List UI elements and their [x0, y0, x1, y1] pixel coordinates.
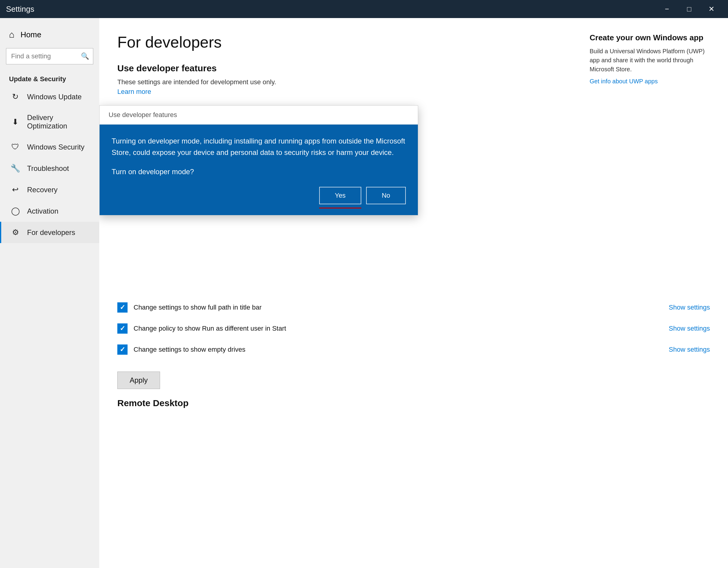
sidebar-item-for-developers[interactable]: ⚙ For developers	[0, 222, 99, 243]
checkbox-label: Change policy to show Run as different u…	[134, 325, 663, 332]
recovery-icon: ↩	[10, 185, 20, 194]
dialog-body: Turning on developer mode, including ins…	[100, 125, 418, 215]
checkmark-icon: ✓	[120, 325, 125, 332]
dialog-header: Use developer features	[100, 106, 418, 125]
activation-icon: ◯	[10, 206, 20, 216]
main-window: ⌂ Home 🔍 Update & Security ↻ Windows Upd…	[0, 18, 728, 568]
troubleshoot-icon: 🔧	[10, 164, 20, 173]
checkmark-icon: ✓	[120, 304, 125, 311]
sidebar-item-label: Recovery	[27, 186, 57, 194]
dialog-warning-text: Turning on developer mode, including ins…	[112, 135, 406, 159]
minimize-button[interactable]: −	[656, 2, 677, 17]
uwp-link[interactable]: Get info about UWP apps	[590, 78, 658, 85]
sidebar-item-label: Windows Update	[27, 93, 82, 101]
sidebar-home-label: Home	[20, 30, 41, 39]
right-panel-title: Create your own Windows app	[590, 33, 710, 42]
checkbox-label: Change settings to show empty drives	[134, 346, 663, 353]
sidebar-item-delivery-optimization[interactable]: ⬇ Delivery Optimization	[0, 107, 99, 136]
yes-button-wrapper: Yes	[319, 187, 361, 204]
windows-update-icon: ↻	[10, 92, 20, 101]
developer-icon: ⚙	[10, 228, 20, 237]
apply-button[interactable]: Apply	[117, 372, 160, 389]
section-label: Update & Security	[0, 70, 99, 86]
sidebar-item-recovery[interactable]: ↩ Recovery	[0, 179, 99, 200]
main-content: Create your own Windows app Build a Univ…	[99, 18, 728, 568]
checkbox-label: Change settings to show full path in tit…	[134, 304, 663, 311]
search-container: 🔍	[6, 48, 93, 64]
show-settings-fullpath-link[interactable]: Show settings	[669, 304, 710, 311]
sidebar-item-label: Activation	[27, 207, 58, 215]
sidebar-item-activation[interactable]: ◯ Activation	[0, 200, 99, 222]
show-settings-emptydrives-link[interactable]: Show settings	[669, 346, 710, 353]
developer-mode-dialog: Use developer features Turning on develo…	[99, 105, 418, 215]
checkbox-empty-drives-input[interactable]: ✓	[117, 344, 128, 355]
show-settings-runasuser-link[interactable]: Show settings	[669, 325, 710, 332]
search-icon: 🔍	[81, 52, 89, 60]
learn-more-link[interactable]: Learn more	[117, 88, 151, 96]
right-panel: Create your own Windows app Build a Univ…	[590, 33, 710, 85]
dialog-header-text: Use developer features	[109, 111, 177, 119]
sidebar-item-label: Windows Security	[27, 143, 85, 151]
checkmark-icon: ✓	[120, 346, 125, 353]
checkbox-empty-drives: ✓ Change settings to show empty drives S…	[117, 344, 710, 355]
dialog-no-button[interactable]: No	[366, 187, 406, 204]
checkbox-full-path-input[interactable]: ✓	[117, 302, 128, 313]
sidebar-item-label: Delivery Optimization	[27, 113, 90, 130]
maximize-button[interactable]: □	[679, 2, 700, 17]
dialog-yes-button[interactable]: Yes	[319, 187, 361, 204]
dialog-buttons: Yes No	[112, 187, 406, 204]
sidebar: ⌂ Home 🔍 Update & Security ↻ Windows Upd…	[0, 18, 99, 568]
checkbox-run-as-user: ✓ Change policy to show Run as different…	[117, 323, 710, 334]
checkbox-run-as-user-input[interactable]: ✓	[117, 323, 128, 334]
sidebar-item-label: Troubleshoot	[27, 164, 69, 173]
home-icon: ⌂	[9, 29, 14, 40]
title-bar: Settings − □ ✕	[0, 0, 728, 18]
dialog-question: Turn on developer mode?	[112, 168, 406, 176]
window-controls: − □ ✕	[656, 2, 722, 17]
right-panel-desc: Build a Universal Windows Platform (UWP)…	[590, 47, 710, 74]
sidebar-item-windows-update[interactable]: ↻ Windows Update	[0, 86, 99, 107]
delivery-optimization-icon: ⬇	[10, 117, 20, 127]
close-button[interactable]: ✕	[701, 2, 722, 17]
shield-icon: 🛡	[10, 142, 20, 152]
sidebar-item-windows-security[interactable]: 🛡 Windows Security	[0, 136, 99, 158]
app-title: Settings	[6, 5, 34, 14]
checkbox-section: ✓ Change settings to show full path in t…	[117, 302, 710, 408]
checkbox-full-path: ✓ Change settings to show full path in t…	[117, 302, 710, 313]
sidebar-item-label: For developers	[27, 228, 75, 237]
sidebar-item-troubleshoot[interactable]: 🔧 Troubleshoot	[0, 158, 99, 179]
search-input[interactable]	[6, 48, 93, 64]
remote-desktop-title: Remote Desktop	[117, 398, 710, 408]
sidebar-item-home[interactable]: ⌂ Home	[0, 24, 99, 45]
